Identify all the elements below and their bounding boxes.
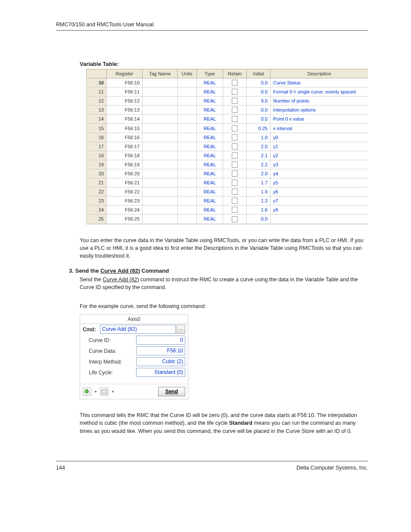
checkbox-icon[interactable] (232, 162, 238, 168)
cell-initial[interactable]: 0.0 (247, 87, 271, 96)
cell-units[interactable] (177, 106, 197, 115)
checkbox-icon[interactable] (232, 98, 238, 104)
cell-description[interactable]: y3 (271, 160, 368, 169)
cell-description[interactable]: Interpolation options (271, 106, 368, 115)
cell-units[interactable] (177, 196, 197, 205)
cell-initial[interactable]: 0.0 (247, 215, 271, 224)
globe-dropdown-icon[interactable]: ▼ (94, 390, 97, 394)
checkbox-icon[interactable] (232, 116, 238, 122)
cell-tagname[interactable] (143, 215, 177, 224)
cell-tagname[interactable] (143, 115, 177, 124)
cell-units[interactable] (177, 124, 197, 133)
cell-initial[interactable]: 1.6 (247, 205, 271, 215)
cell-initial[interactable]: 0.25 (247, 124, 271, 133)
cell-tagname[interactable] (143, 187, 177, 196)
cell-description[interactable]: Curve Status (271, 78, 368, 87)
checkbox-icon[interactable] (232, 80, 238, 86)
cell-tagname[interactable] (143, 124, 177, 133)
cell-retain[interactable] (223, 142, 247, 151)
cell-units[interactable] (177, 151, 197, 160)
cell-description[interactable]: Number of points (271, 96, 368, 106)
checkbox-icon[interactable] (232, 216, 238, 222)
cell-tagname[interactable] (143, 87, 177, 96)
curve-add-link-2[interactable]: Curve Add (82) (103, 277, 139, 283)
cell-tagname[interactable] (143, 78, 177, 87)
cell-retain[interactable] (223, 205, 247, 215)
cell-initial[interactable]: 2.0 (247, 169, 271, 178)
cell-units[interactable] (177, 169, 197, 178)
checkbox-icon[interactable] (232, 125, 238, 131)
cell-retain[interactable] (223, 133, 247, 142)
cell-description[interactable]: y0 (271, 133, 368, 142)
cell-units[interactable] (177, 115, 197, 124)
cmd-param-value[interactable]: 0 (136, 336, 185, 345)
cell-description[interactable] (271, 215, 368, 224)
cell-units[interactable] (177, 78, 197, 87)
card-dropdown-icon[interactable]: ▼ (111, 390, 115, 394)
cell-units[interactable] (177, 205, 197, 215)
card-icon[interactable] (100, 387, 109, 396)
globe-icon[interactable] (83, 387, 91, 396)
curve-add-link[interactable]: Curve Add (82) (100, 268, 140, 274)
cmd-value[interactable]: Curve Add (82) (100, 325, 176, 334)
cell-tagname[interactable] (143, 151, 177, 160)
cmd-more-button[interactable]: ... (177, 325, 185, 334)
cell-retain[interactable] (223, 196, 247, 205)
cell-initial[interactable]: 1.3 (247, 196, 271, 205)
cell-initial[interactable]: 2.0 (247, 142, 271, 151)
cell-units[interactable] (177, 178, 197, 187)
cell-initial[interactable]: 0.0 (247, 115, 271, 124)
cell-retain[interactable] (223, 160, 247, 169)
cell-retain[interactable] (223, 87, 247, 96)
checkbox-icon[interactable] (232, 171, 238, 177)
cell-units[interactable] (177, 142, 197, 151)
cell-tagname[interactable] (143, 142, 177, 151)
cell-retain[interactable] (223, 96, 247, 106)
cell-description[interactable]: y1 (271, 142, 368, 151)
checkbox-icon[interactable] (232, 180, 238, 186)
cell-units[interactable] (177, 187, 197, 196)
cell-units[interactable] (177, 87, 197, 96)
cell-description[interactable]: Format 0 = single curve, evenly spaced (271, 87, 368, 96)
cell-retain[interactable] (223, 124, 247, 133)
cell-description[interactable]: Point 0 x value (271, 115, 368, 124)
cell-tagname[interactable] (143, 205, 177, 215)
cell-retain[interactable] (223, 178, 247, 187)
cell-units[interactable] (177, 160, 197, 169)
cell-initial[interactable]: 0.0 (247, 78, 271, 87)
cell-description[interactable]: y6 (271, 187, 368, 196)
send-button[interactable]: Send (158, 387, 185, 396)
cell-initial[interactable]: 1.9 (247, 187, 271, 196)
cell-tagname[interactable] (143, 160, 177, 169)
cmd-param-value[interactable]: Standard (0) (136, 368, 185, 377)
checkbox-icon[interactable] (232, 207, 238, 213)
cell-units[interactable] (177, 215, 197, 224)
cell-units[interactable] (177, 96, 197, 106)
checkbox-icon[interactable] (232, 198, 238, 204)
cell-tagname[interactable] (143, 178, 177, 187)
cell-description[interactable]: y8 (271, 205, 368, 215)
cell-description[interactable]: y5 (271, 178, 368, 187)
cell-retain[interactable] (223, 106, 247, 115)
cell-tagname[interactable] (143, 133, 177, 142)
cell-initial[interactable]: 0.0 (247, 106, 271, 115)
cell-tagname[interactable] (143, 169, 177, 178)
checkbox-icon[interactable] (232, 89, 238, 95)
cell-initial[interactable]: 2.1 (247, 151, 271, 160)
cell-initial[interactable]: 1.0 (247, 133, 271, 142)
cell-tagname[interactable] (143, 96, 177, 106)
cmd-param-value[interactable]: Cubic (2) (136, 357, 185, 366)
cell-retain[interactable] (223, 187, 247, 196)
cell-initial[interactable]: 1.7 (247, 178, 271, 187)
cell-tagname[interactable] (143, 196, 177, 205)
cell-description[interactable]: x interval (271, 124, 368, 133)
checkbox-icon[interactable] (232, 143, 238, 149)
cell-description[interactable]: y7 (271, 196, 368, 205)
cell-initial[interactable]: 9.0 (247, 96, 271, 106)
cell-retain[interactable] (223, 215, 247, 224)
checkbox-icon[interactable] (232, 189, 238, 195)
checkbox-icon[interactable] (232, 152, 238, 159)
cell-retain[interactable] (223, 169, 247, 178)
cell-units[interactable] (177, 133, 197, 142)
cell-description[interactable]: y4 (271, 169, 368, 178)
